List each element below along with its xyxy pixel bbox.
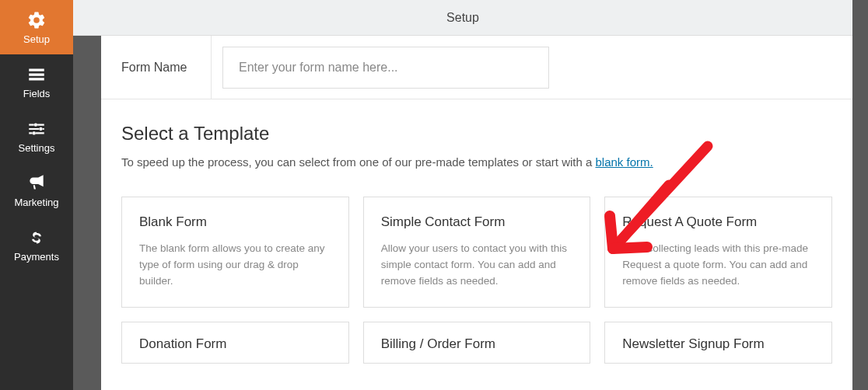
template-card-desc: The blank form allows you to create any … xyxy=(139,241,331,290)
sidebar-item-label: Setup xyxy=(23,33,50,45)
template-card-title: Billing / Order Form xyxy=(381,336,573,352)
template-desc-text: To speed up the process, you can select … xyxy=(121,155,595,169)
sidebar-item-label: Marketing xyxy=(14,197,58,208)
template-card-title: Blank Form xyxy=(139,214,331,230)
svg-point-2 xyxy=(33,131,36,134)
template-card-simple-contact[interactable]: Simple Contact Form Allow your users to … xyxy=(363,197,591,308)
template-card-title: Newsletter Signup Form xyxy=(622,336,814,352)
template-card-title: Donation Form xyxy=(139,336,331,352)
sidebar-item-label: Payments xyxy=(14,251,59,263)
main-area: Setup Form Name Select a Template To spe… xyxy=(73,0,868,390)
sidebar-item-marketing[interactable]: Marketing xyxy=(0,163,73,218)
template-card-blank[interactable]: Blank Form The blank form allows you to … xyxy=(121,197,349,308)
sidebar-item-fields[interactable]: Fields xyxy=(0,54,73,109)
template-grid: Blank Form The blank form allows you to … xyxy=(101,169,852,364)
sidebar-item-setup[interactable]: Setup xyxy=(0,0,73,54)
page-title: Setup xyxy=(446,11,479,25)
content-panel: Form Name Select a Template To speed up … xyxy=(101,36,852,390)
dollar-icon xyxy=(26,228,47,248)
template-section-desc: To speed up the process, you can select … xyxy=(121,155,832,169)
sidebar: Setup Fields Settings Marketing Payments xyxy=(0,0,73,390)
sidebar-item-settings[interactable]: Settings xyxy=(0,109,73,163)
app-root: Setup Fields Settings Marketing Payments… xyxy=(0,0,868,390)
gear-icon xyxy=(26,10,47,30)
form-name-input[interactable] xyxy=(222,47,549,89)
blank-form-link[interactable]: blank form. xyxy=(595,155,653,169)
sidebar-item-label: Fields xyxy=(23,88,51,99)
form-name-row: Form Name xyxy=(101,36,852,99)
template-section-title: Select a Template xyxy=(121,123,832,145)
page-header: Setup xyxy=(73,0,852,36)
template-card-billing[interactable]: Billing / Order Form xyxy=(363,322,591,364)
template-card-desc: Start collecting leads with this pre-mad… xyxy=(622,241,814,290)
template-card-newsletter[interactable]: Newsletter Signup Form xyxy=(604,322,832,364)
svg-point-1 xyxy=(39,127,42,130)
form-name-label: Form Name xyxy=(101,36,212,99)
template-section: Select a Template To speed up the proces… xyxy=(101,99,852,169)
sidebar-item-label: Settings xyxy=(19,142,55,154)
bullhorn-icon xyxy=(26,173,47,193)
template-card-desc: Allow your users to contact you with thi… xyxy=(381,241,573,290)
list-icon xyxy=(26,64,47,85)
template-card-request-quote[interactable]: Request A Quote Form Start collecting le… xyxy=(604,197,832,308)
sliders-icon xyxy=(26,119,47,139)
svg-point-0 xyxy=(34,123,37,126)
form-name-input-wrap xyxy=(212,47,852,89)
template-card-donation[interactable]: Donation Form xyxy=(121,322,349,364)
template-card-title: Request A Quote Form xyxy=(622,214,814,230)
template-card-title: Simple Contact Form xyxy=(381,214,573,230)
sidebar-item-payments[interactable]: Payments xyxy=(0,218,73,272)
